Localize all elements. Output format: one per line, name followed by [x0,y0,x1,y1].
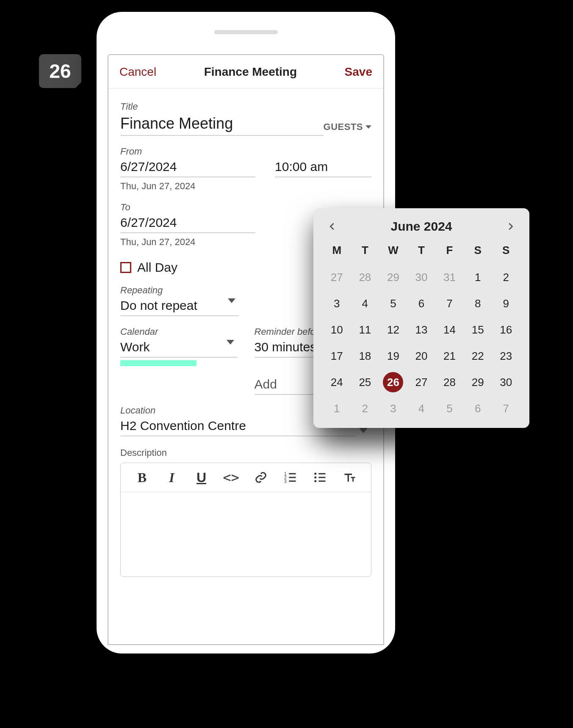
svg-point-3 [314,473,316,475]
ordered-list-icon[interactable]: 123 [283,470,298,485]
code-icon[interactable]: <> [224,470,239,485]
app-date-badge-number: 26 [49,60,71,83]
editor-toolbar: B I U <> 123 [121,463,371,492]
date-picker-dow: T [351,240,379,261]
app-date-badge: 26 [39,54,81,88]
next-month-button[interactable] [503,219,518,234]
date-picker-day[interactable]: 11 [351,320,379,340]
date-picker-day[interactable]: 31 [435,267,464,287]
date-picker-day[interactable]: 1 [323,398,351,419]
date-picker-day[interactable]: 5 [379,293,407,314]
date-picker-dow: F [435,240,464,261]
date-picker-day[interactable]: 23 [492,346,520,366]
date-picker-day[interactable]: 29 [379,267,407,287]
date-picker-dow: T [407,240,436,261]
date-picker-day[interactable]: 3 [379,398,407,419]
date-picker-day[interactable]: 30 [407,267,436,287]
phone-speaker [214,30,278,34]
date-picker-day[interactable]: 7 [435,293,464,314]
date-picker-day[interactable]: 17 [323,346,351,366]
save-button[interactable]: Save [345,65,372,79]
svg-point-5 [314,480,316,482]
date-picker-day[interactable]: 28 [351,267,379,287]
calendar-color-swatch [120,360,197,366]
repeating-select[interactable]: Do not repeat [120,296,239,316]
date-picker-day[interactable]: 2 [351,398,379,419]
date-picker-day[interactable]: 2 [492,267,520,287]
date-picker-day[interactable]: 6 [464,398,492,419]
bold-icon[interactable]: B [135,470,150,485]
date-picker-day[interactable]: 30 [492,372,520,392]
date-picker-day[interactable]: 25 [351,372,379,392]
underline-icon[interactable]: U [194,470,209,485]
date-picker-day[interactable]: 24 [323,372,351,392]
guests-dropdown[interactable]: GUESTS [324,121,371,136]
date-picker-day[interactable]: 18 [351,346,379,366]
cancel-button[interactable]: Cancel [119,65,156,79]
title-input[interactable]: Finance Meeting [120,115,324,132]
all-day-checkbox[interactable] [120,262,131,273]
date-picker-day[interactable]: 15 [464,320,492,340]
to-date-input[interactable]: 6/27/2024 [120,215,255,230]
date-picker-day[interactable]: 9 [492,293,520,314]
date-picker-month-label: June 2024 [390,219,452,234]
chevron-down-icon [365,125,371,129]
date-picker-day[interactable]: 27 [407,372,436,392]
date-picker-day[interactable]: 14 [435,320,464,340]
date-picker-day[interactable]: 21 [435,346,464,366]
page-title: Finance Meeting [204,65,297,79]
to-date-long: Thu, Jun 27, 2024 [120,237,255,248]
date-picker-day[interactable]: 5 [435,398,464,419]
text-size-icon[interactable] [342,470,357,485]
calendar-value: Work [120,340,238,354]
date-picker-day[interactable]: 16 [492,320,520,340]
prev-month-button[interactable] [325,219,340,234]
svg-text:3: 3 [284,479,287,484]
event-edit-header: Cancel Finance Meeting Save [108,55,383,88]
date-picker-day[interactable]: 1 [464,267,492,287]
date-picker-day[interactable]: 20 [407,346,436,366]
date-picker-day[interactable]: 6 [407,293,436,314]
date-picker-popover: June 2024 MTWTFSS27282930311234567891011… [313,208,529,428]
calendar-label: Calendar [120,326,238,337]
title-label: Title [120,101,324,112]
date-picker-day[interactable]: 7 [492,398,520,419]
calendar-select[interactable]: Work [120,337,238,358]
date-picker-day[interactable]: 26 [379,372,407,392]
svg-point-4 [314,477,316,479]
repeating-value: Do not repeat [120,298,239,313]
date-picker-dow: S [464,240,492,261]
from-time-input[interactable]: 10:00 am [275,160,371,174]
date-picker-dow: S [492,240,520,261]
all-day-label: All Day [137,260,177,275]
link-icon[interactable] [253,470,269,485]
date-picker-day[interactable]: 4 [351,293,379,314]
date-picker-dow: M [323,240,351,261]
chevron-down-icon [227,340,234,345]
bullet-list-icon[interactable] [313,470,328,485]
date-picker-day[interactable]: 22 [464,346,492,366]
date-picker-day[interactable]: 10 [323,320,351,340]
description-label: Description [120,447,371,458]
guests-label: GUESTS [324,121,363,132]
date-picker-day[interactable]: 28 [435,372,464,392]
from-label: From [120,146,371,157]
date-picker-dow: W [379,240,407,261]
date-picker-grid: MTWTFSS272829303112345678910111213141516… [323,240,520,419]
date-picker-day[interactable]: 27 [323,267,351,287]
date-picker-day[interactable]: 29 [464,372,492,392]
date-picker-day[interactable]: 12 [379,320,407,340]
from-date-input[interactable]: 6/27/2024 [120,160,255,174]
date-picker-day[interactable]: 19 [379,346,407,366]
italic-icon[interactable]: I [164,470,180,485]
date-picker-day[interactable]: 13 [407,320,436,340]
description-editor[interactable]: B I U <> 123 [120,463,371,577]
from-date-long: Thu, Jun 27, 2024 [120,181,255,192]
date-picker-day[interactable]: 8 [464,293,492,314]
chevron-down-icon [228,298,235,303]
date-picker-day[interactable]: 3 [323,293,351,314]
date-picker-day[interactable]: 4 [407,398,436,419]
